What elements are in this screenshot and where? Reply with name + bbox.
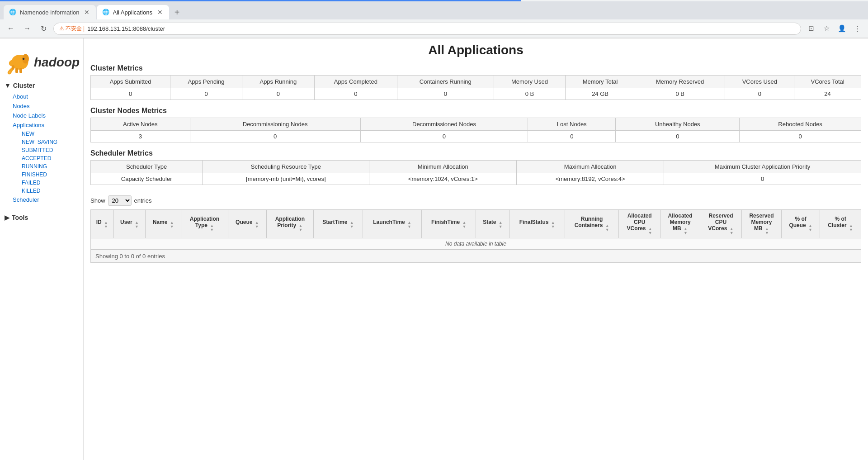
tab-all-applications[interactable]: 🌐 All Applications ✕: [97, 5, 169, 19]
no-data-row: No data available in table: [91, 238, 861, 250]
finished-link[interactable]: FINISHED: [18, 171, 83, 179]
header-apps-submitted: Apps Submitted: [91, 76, 170, 88]
killed-link[interactable]: KILLED: [18, 187, 83, 195]
nodes-data-row: 3 0 0 0 0 0: [91, 131, 861, 142]
cluster-nodes-title: Cluster Nodes Metrics: [90, 107, 861, 115]
sidebar-item-accepted[interactable]: ACCEPTED: [18, 154, 83, 162]
col-header-allocated-cpu[interactable]: AllocatedCPUVCores ▲▼: [619, 210, 660, 238]
val-scheduling-resource-type: [memory-mb (unit=Mi), vcores]: [203, 173, 369, 185]
cluster-nodes-table: Active Nodes Decommissioning Nodes Decom…: [90, 118, 861, 142]
col-header-start-time[interactable]: StartTime ▲▼: [313, 210, 363, 238]
col-header-pct-queue[interactable]: % ofQueue ▲▼: [782, 210, 820, 238]
sidebar-item-new[interactable]: NEW: [18, 130, 83, 138]
nav-actions: ⊡ ☆ 👤 ⋮: [805, 22, 863, 35]
scheduler-metrics-title: Scheduler Metrics: [90, 149, 861, 157]
col-header-id[interactable]: ID ▲▼: [91, 210, 114, 238]
applications-link[interactable]: Applications: [9, 120, 83, 130]
tab-close-apps[interactable]: ✕: [156, 8, 164, 16]
header-lost-nodes: Lost Nodes: [528, 118, 616, 131]
col-header-launch-time[interactable]: LaunchTime ▲▼: [363, 210, 422, 238]
sidebar-item-nodes[interactable]: Nodes: [9, 101, 83, 111]
sidebar-item-node-labels[interactable]: Node Labels: [9, 111, 83, 120]
new-link[interactable]: NEW: [18, 130, 83, 138]
col-header-reserved-cpu[interactable]: ReservedCPUVCores ▲▼: [700, 210, 741, 238]
page-title: All Applications: [90, 43, 861, 57]
col-header-reserved-memory[interactable]: ReservedMemoryMB ▲▼: [741, 210, 781, 238]
accepted-link[interactable]: ACCEPTED: [18, 154, 83, 162]
address-bar[interactable]: ⚠ 不安全 | 192.168.131.151:8088/cluster: [53, 23, 801, 35]
node-labels-link[interactable]: Node Labels: [9, 111, 83, 120]
sidebar-item-applications[interactable]: Applications NEW NEW_SAVING SUBMITTED AC…: [9, 120, 83, 195]
no-data-message: No data available in table: [91, 238, 861, 250]
sidebar-item-killed[interactable]: KILLED: [18, 187, 83, 195]
header-minimum-allocation: Minimum Allocation: [369, 161, 517, 173]
tab-bar: 🌐 Namenode information ✕ 🌐 All Applicati…: [0, 1, 868, 19]
val-lost-nodes: 0: [528, 131, 616, 142]
refresh-button[interactable]: ↻: [37, 22, 50, 35]
col-header-name[interactable]: Name ▲▼: [146, 210, 181, 238]
cluster-toggle[interactable]: ▼ Cluster: [0, 79, 83, 92]
header-containers-running: Containers Running: [397, 76, 494, 88]
col-header-user[interactable]: User ▲▼: [113, 210, 146, 238]
profile-button[interactable]: 👤: [835, 22, 848, 35]
col-header-running-containers[interactable]: RunningContainers ▲▼: [565, 210, 619, 238]
submitted-link[interactable]: SUBMITTED: [18, 146, 83, 154]
header-scheduler-type: Scheduler Type: [91, 161, 203, 173]
col-header-application-priority[interactable]: ApplicationPriority ▲▼: [266, 210, 313, 238]
scheduler-data-row: Capacity Scheduler [memory-mb (unit=Mi),…: [91, 173, 861, 185]
sidebar-item-scheduler[interactable]: Scheduler: [9, 195, 83, 204]
col-header-allocated-memory[interactable]: AllocatedMemoryMB ▲▼: [660, 210, 700, 238]
about-link[interactable]: About: [9, 92, 83, 101]
svg-rect-4: [15, 68, 18, 73]
sidebar-item-finished[interactable]: FINISHED: [18, 171, 83, 179]
scheduler-link[interactable]: Scheduler: [9, 195, 83, 204]
tab-close-namenode[interactable]: ✕: [83, 8, 90, 16]
failed-link[interactable]: FAILED: [18, 179, 83, 187]
nav-bar: ← → ↻ ⚠ 不安全 | 192.168.131.151:8088/clust…: [0, 19, 868, 38]
main-content: All Applications Cluster Metrics Apps Su…: [84, 38, 868, 460]
scheduler-metrics-table: Scheduler Type Scheduling Resource Type …: [90, 160, 861, 185]
tools-toggle[interactable]: ▶ Tools: [0, 211, 83, 224]
svg-rect-6: [12, 65, 14, 70]
col-header-state[interactable]: State ▲▼: [476, 210, 509, 238]
header-memory-used: Memory Used: [494, 76, 566, 88]
cluster-nav: About Nodes Node Labels Applications NEW…: [0, 92, 83, 204]
nodes-link[interactable]: Nodes: [9, 101, 83, 111]
translate-button[interactable]: ⊡: [805, 22, 817, 35]
security-warning: ⚠ 不安全 |: [59, 25, 85, 33]
val-maximum-allocation: <memory:8192, vCores:4>: [517, 173, 664, 185]
tab-namenode[interactable]: 🌐 Namenode information ✕: [4, 5, 96, 19]
tools-arrow-icon: ▶: [5, 214, 9, 221]
col-header-pct-cluster[interactable]: % ofCluster ▲▼: [820, 210, 861, 238]
col-header-final-status[interactable]: FinalStatus ▲▼: [509, 210, 565, 238]
bookmark-button[interactable]: ☆: [820, 22, 833, 35]
sidebar-item-about[interactable]: About: [9, 92, 83, 101]
sidebar: hadoop ▼ Cluster About Nodes Node Labels…: [0, 38, 84, 460]
new-saving-link[interactable]: NEW_SAVING: [18, 138, 83, 146]
running-link[interactable]: RUNNING: [18, 162, 83, 171]
header-unhealthy-nodes: Unhealthy Nodes: [616, 118, 740, 131]
cluster-metrics-title: Cluster Metrics: [90, 64, 861, 72]
forward-button[interactable]: →: [21, 22, 33, 35]
sidebar-item-running[interactable]: RUNNING: [18, 162, 83, 171]
back-button[interactable]: ←: [5, 22, 17, 35]
sidebar-item-new-saving[interactable]: NEW_SAVING: [18, 138, 83, 146]
sidebar-cluster-section: ▼ Cluster About Nodes Node Labels Applic…: [0, 79, 83, 204]
sidebar-item-submitted[interactable]: SUBMITTED: [18, 146, 83, 154]
header-rebooted-nodes: Rebooted Nodes: [740, 118, 861, 131]
hadoop-elephant-icon: [5, 50, 32, 75]
col-header-application-type[interactable]: ApplicationType ▲▼: [181, 210, 228, 238]
sidebar-item-failed[interactable]: FAILED: [18, 179, 83, 187]
cluster-arrow-icon: ▼: [5, 82, 11, 89]
hadoop-wordmark: hadoop: [34, 55, 80, 70]
col-header-queue[interactable]: Queue ▲▼: [228, 210, 266, 238]
tab-title-apps: All Applications: [113, 9, 153, 16]
new-tab-button[interactable]: +: [170, 5, 184, 19]
menu-button[interactable]: ⋮: [851, 22, 863, 35]
header-maximum-allocation: Maximum Allocation: [517, 161, 664, 173]
col-header-finish-time[interactable]: FinishTime ▲▼: [422, 210, 476, 238]
tab-title-namenode: Namenode information: [20, 9, 80, 16]
browser-chrome: 🌐 Namenode information ✕ 🌐 All Applicati…: [0, 0, 868, 38]
cluster-metrics-data-row: 0 0 0 0 0 0 B 24 GB 0 B 0 24: [91, 88, 861, 100]
entries-select[interactable]: 10 20 50 100: [108, 195, 132, 206]
